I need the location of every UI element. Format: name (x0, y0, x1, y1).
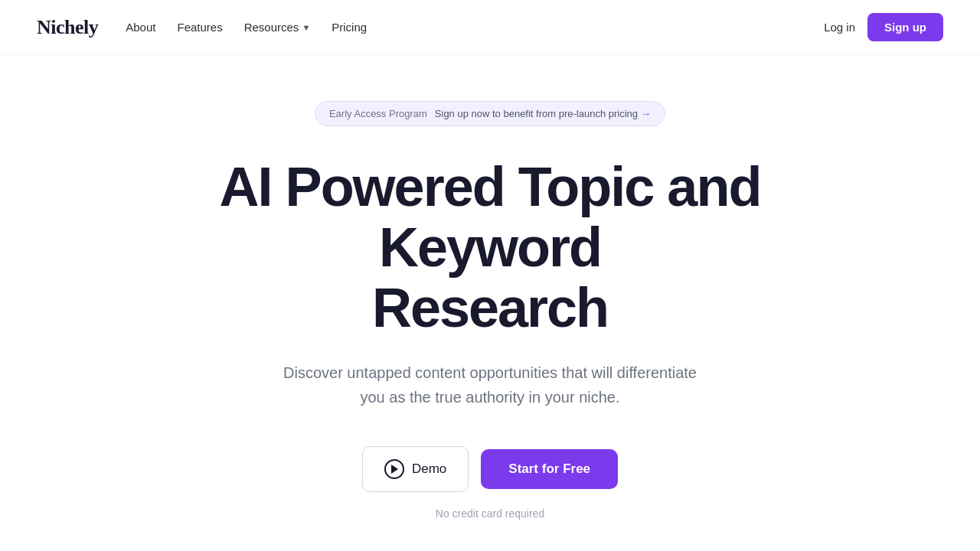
play-triangle (391, 465, 398, 474)
play-icon (384, 459, 404, 479)
early-access-banner[interactable]: Early Access Program Sign up now to bene… (315, 101, 665, 126)
chevron-down-icon: ▼ (302, 23, 310, 32)
hero-heading: AI Powered Topic and Keyword Research (161, 157, 819, 339)
logo[interactable]: Nichely (37, 16, 98, 39)
no-cc-label: No credit card required (436, 507, 544, 520)
login-button[interactable]: Log in (824, 21, 855, 34)
nav-links: About Features Resources ▼ Pricing (126, 21, 367, 34)
nav-features[interactable]: Features (177, 21, 222, 34)
nav-resources[interactable]: Resources ▼ (244, 21, 311, 34)
cta-buttons: Demo Start for Free (362, 446, 618, 492)
demo-button[interactable]: Demo (362, 446, 469, 492)
nav-left: Nichely About Features Resources ▼ Prici… (37, 16, 367, 39)
navbar: Nichely About Features Resources ▼ Prici… (0, 0, 980, 55)
signup-button[interactable]: Sign up (867, 13, 943, 41)
early-access-link[interactable]: Sign up now to benefit from pre-launch p… (435, 108, 651, 119)
start-free-button[interactable]: Start for Free (481, 449, 618, 489)
nav-right: Log in Sign up (824, 13, 943, 41)
early-access-label: Early Access Program (329, 108, 427, 119)
nav-about[interactable]: About (126, 21, 155, 34)
arrow-icon: → (641, 108, 651, 119)
nav-pricing[interactable]: Pricing (332, 21, 367, 34)
hero-subheading: Discover untapped content opportunities … (276, 360, 704, 409)
hero-section: Early Access Program Sign up now to bene… (0, 55, 980, 550)
